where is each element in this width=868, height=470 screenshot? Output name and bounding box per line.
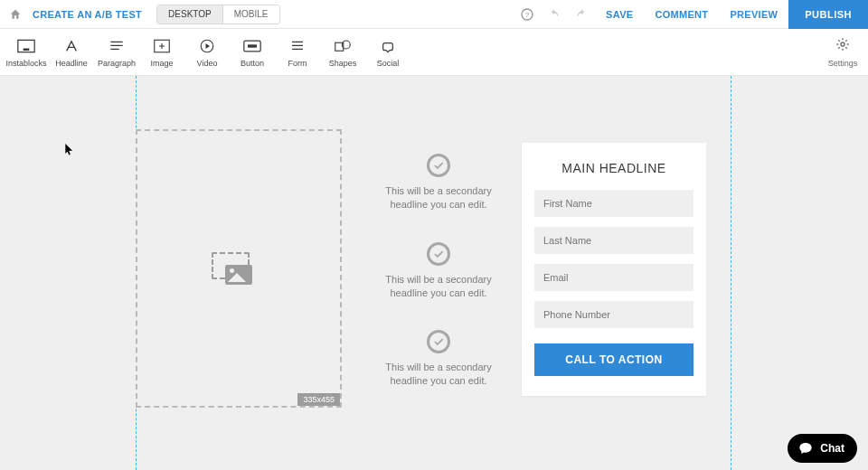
checklist: This will be a secondary headline you ca…	[366, 154, 511, 388]
tool-image[interactable]: Image	[139, 37, 184, 68]
tool-label: Shapes	[329, 59, 357, 68]
checklist-item[interactable]: This will be a secondary headline you ca…	[366, 330, 511, 388]
tool-label: Image	[150, 59, 173, 68]
topbar: CREATE AN A/B TEST DESKTOP MOBILE ? SAVE…	[0, 0, 868, 29]
first-name-field[interactable]	[534, 190, 693, 217]
cta-button[interactable]: CALL TO ACTION	[534, 343, 693, 376]
form-icon	[290, 37, 305, 55]
svg-rect-3	[24, 48, 30, 51]
settings-label: Settings	[828, 59, 858, 68]
tool-form[interactable]: Form	[275, 37, 320, 68]
chat-icon	[798, 441, 813, 456]
last-name-field[interactable]	[534, 227, 693, 254]
check-icon	[427, 242, 450, 266]
svg-point-10	[841, 42, 844, 46]
canvas[interactable]: 335x455 This will be a secondary headlin…	[0, 76, 868, 470]
checklist-text: This will be a secondary headline you ca…	[366, 184, 511, 212]
social-icon	[381, 37, 395, 55]
tool-label: Form	[288, 59, 307, 68]
image-placeholder[interactable]: 335x455	[136, 129, 342, 408]
redo-icon	[568, 7, 595, 22]
tool-label: Headline	[55, 59, 88, 68]
checklist-item[interactable]: This will be a secondary headline you ca…	[366, 154, 511, 212]
toolbar: Instablocks Headline Paragraph Image Vid…	[0, 29, 868, 76]
check-icon	[427, 154, 450, 177]
settings-button[interactable]: Settings	[821, 37, 864, 68]
device-mobile[interactable]: MOBILE	[222, 5, 279, 24]
image-icon	[154, 37, 170, 55]
headline-icon	[64, 37, 79, 55]
cursor-icon	[65, 144, 74, 156]
tool-instablocks[interactable]: Instablocks	[4, 37, 49, 68]
chat-button[interactable]: Chat	[788, 434, 857, 463]
shapes-icon	[335, 37, 351, 55]
tool-label: Button	[241, 59, 264, 68]
guide-right	[731, 76, 731, 470]
tool-label: Video	[197, 59, 218, 68]
tool-headline[interactable]: Headline	[49, 37, 94, 68]
check-icon	[427, 330, 450, 353]
publish-button[interactable]: PUBLISH	[788, 0, 868, 29]
svg-text:?: ?	[525, 10, 530, 18]
canvas-content: 335x455 This will be a secondary headlin…	[136, 76, 731, 470]
tool-social[interactable]: Social	[365, 37, 410, 68]
tool-video[interactable]: Video	[184, 37, 230, 68]
image-placeholder-dims: 335x455	[297, 393, 340, 406]
checklist-text: This will be a secondary headline you ca…	[366, 361, 511, 388]
device-desktop[interactable]: DESKTOP	[157, 5, 222, 24]
email-field[interactable]	[534, 264, 693, 291]
tool-label: Paragraph	[98, 59, 136, 68]
checklist-item[interactable]: This will be a secondary headline you ca…	[366, 242, 511, 300]
preview-button[interactable]: PREVIEW	[719, 0, 788, 29]
tool-shapes[interactable]: Shapes	[320, 37, 365, 68]
video-icon	[199, 37, 215, 55]
home-icon[interactable]	[4, 8, 27, 21]
help-icon[interactable]: ?	[514, 7, 541, 22]
tool-button[interactable]: Button	[230, 37, 275, 68]
svg-rect-7	[248, 44, 257, 47]
button-icon	[243, 37, 261, 55]
create-ab-test-link[interactable]: CREATE AN A/B TEST	[27, 9, 147, 20]
form-headline[interactable]: MAIN HEADLINE	[534, 161, 693, 175]
checklist-text: This will be a secondary headline you ca…	[366, 273, 511, 300]
form-card: MAIN HEADLINE CALL TO ACTION	[522, 143, 706, 396]
image-placeholder-icon	[225, 252, 252, 285]
comment-button[interactable]: COMMENT	[644, 0, 719, 29]
gear-icon	[835, 37, 850, 55]
undo-icon	[541, 7, 568, 22]
tool-paragraph[interactable]: Paragraph	[94, 37, 139, 68]
tool-label: Social	[377, 59, 400, 68]
save-button[interactable]: SAVE	[595, 0, 644, 29]
device-toggle: DESKTOP MOBILE	[156, 5, 279, 24]
instablocks-icon	[17, 37, 35, 55]
paragraph-icon	[109, 37, 124, 55]
chat-label: Chat	[820, 442, 844, 455]
phone-field[interactable]	[534, 301, 693, 328]
tool-label: Instablocks	[5, 59, 46, 68]
